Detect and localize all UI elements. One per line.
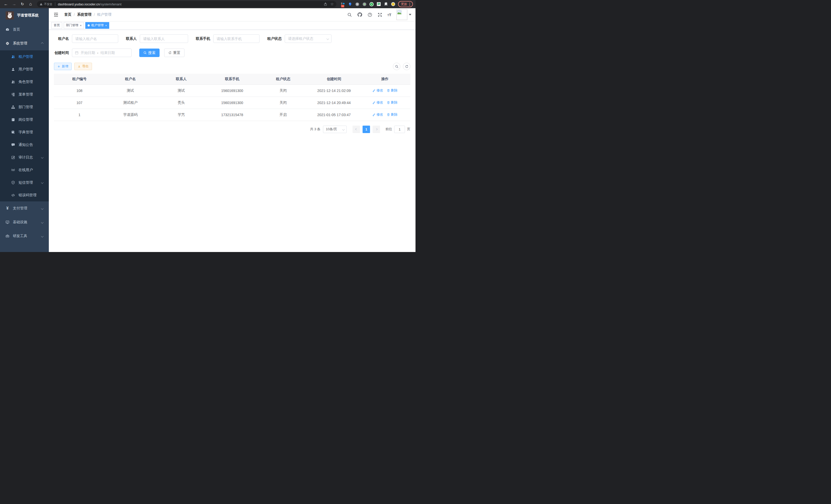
- tab-home[interactable]: 首页: [51, 22, 62, 29]
- sidebar-collapse-icon[interactable]: [53, 12, 59, 17]
- site-security-warning[interactable]: 不安全: [39, 2, 52, 6]
- toggle-search-button[interactable]: [393, 63, 400, 70]
- sidebar-item-label: 错误码管理: [19, 193, 36, 198]
- help-icon[interactable]: [368, 12, 372, 17]
- app-logo[interactable]: 芋道管理系统: [0, 8, 49, 23]
- extension-command-icon[interactable]: ⌘: [355, 2, 360, 6]
- extension-y-icon[interactable]: Y: [369, 2, 374, 6]
- sidebar-item-tenant-management[interactable]: 租户管理: [0, 50, 49, 63]
- delete-link[interactable]: 删除: [387, 112, 398, 117]
- chevron-down-icon: [342, 128, 345, 130]
- browser-toolbar: ← → ↻ ⌂ 不安全 dashboard.yudao.iocoder.cn/s…: [0, 0, 416, 8]
- cell-actions: 修改删除: [360, 109, 410, 121]
- sidebar-item-post-management[interactable]: 岗位管理: [0, 113, 49, 126]
- export-button[interactable]: 导出: [74, 63, 92, 70]
- edit-link[interactable]: 修改: [372, 112, 383, 117]
- tab-close-icon[interactable]: ×: [105, 24, 107, 27]
- status-select[interactable]: 请选择租户状态: [285, 34, 332, 43]
- goto-page-input[interactable]: [394, 126, 405, 133]
- delete-link[interactable]: 删除: [387, 88, 398, 93]
- sidebar-item-audit-log[interactable]: 审计日志: [0, 151, 49, 164]
- sidebar-item-label: 支付管理: [13, 206, 27, 211]
- mobile-input[interactable]: [213, 34, 260, 43]
- create-time-range-picker[interactable]: 开始日期 - 结束日期: [72, 49, 132, 57]
- cell-contact: 秃头: [156, 97, 207, 109]
- fullscreen-icon[interactable]: [377, 12, 382, 17]
- extension-pin-icon[interactable]: [348, 2, 352, 6]
- badge-icon: [11, 118, 16, 122]
- edit-link[interactable]: 修改: [372, 88, 383, 93]
- breadcrumb-home[interactable]: 首页: [64, 12, 71, 17]
- sidebar-item-label: 审计日志: [19, 155, 33, 160]
- extension-puzzle-icon[interactable]: [384, 2, 388, 6]
- browser-forward-button[interactable]: →: [11, 1, 18, 7]
- sidebar-item-label: 研发工具: [13, 234, 27, 238]
- column-header: 创建时间: [309, 74, 360, 85]
- sidebar-item-notice-announcement[interactable]: 通知公告: [0, 139, 49, 151]
- sidebar-item-sms-management[interactable]: 短信管理: [0, 176, 49, 189]
- prev-page-button[interactable]: [352, 126, 360, 133]
- browser-back-button[interactable]: ←: [3, 1, 9, 7]
- share-icon[interactable]: [323, 2, 327, 6]
- sidebar-menu: 首页系统管理租户管理用户管理角色管理菜单管理部门管理岗位管理字典管理通知公告审计…: [0, 23, 49, 243]
- browser-reload-button[interactable]: ↻: [19, 1, 26, 7]
- breadcrumb-system[interactable]: 系统管理: [77, 12, 91, 17]
- extension-chat-icon[interactable]: [376, 2, 381, 6]
- table-body: 108测试测试15601691300关闭2021-12-14 21:02:09修…: [54, 85, 410, 121]
- current-page-button[interactable]: 1: [363, 126, 370, 133]
- delete-link[interactable]: 删除: [387, 100, 398, 105]
- sidebar-item-label: 菜单管理: [19, 92, 33, 97]
- browser-home-button[interactable]: ⌂: [27, 1, 34, 7]
- users-icon: [11, 55, 16, 59]
- sidebar-item-error-code-management[interactable]: 错误码管理: [0, 189, 49, 201]
- font-size-icon[interactable]: TT: [388, 12, 391, 17]
- sidebar-item-online-users[interactable]: 在线用户: [0, 164, 49, 176]
- cell-name: 测试: [105, 85, 156, 97]
- user-avatar-menu[interactable]: [397, 9, 411, 20]
- page-size-select[interactable]: 10条/页: [323, 126, 347, 133]
- sidebar-item-home[interactable]: 首页: [0, 23, 49, 36]
- browser-menu-icon[interactable]: [409, 3, 410, 6]
- cell-id: 108: [54, 85, 105, 97]
- goto-label: 前往: [385, 127, 392, 131]
- extension-recorder-icon[interactable]: [362, 2, 367, 6]
- search-button[interactable]: 搜索: [139, 49, 160, 57]
- address-bar[interactable]: 不安全 dashboard.yudao.iocoder.cn/system/te…: [37, 1, 336, 7]
- sidebar-item-dev-tools[interactable]: 研发工具: [0, 229, 49, 243]
- refresh-table-button[interactable]: [403, 63, 410, 70]
- tenant-name-input[interactable]: [72, 34, 118, 43]
- tab-close-icon[interactable]: ×: [80, 24, 82, 27]
- sidebar-item-system-management[interactable]: 系统管理: [0, 36, 49, 50]
- tab-dept-management[interactable]: 部门管理×: [64, 22, 84, 29]
- extension-kit-icon[interactable]: 10: [341, 2, 345, 6]
- tab-tenant-management[interactable]: 租户管理×: [85, 22, 109, 29]
- sidebar-item-dict-management[interactable]: 字典管理: [0, 126, 49, 139]
- add-button[interactable]: 新增: [54, 63, 72, 70]
- contact-input[interactable]: [140, 34, 188, 43]
- cell-mobile: 15601691300: [207, 97, 257, 109]
- sidebar-item-label: 在线用户: [19, 168, 33, 172]
- extension-emoji-icon[interactable]: [391, 2, 396, 6]
- cell-mobile: 15601691300: [207, 85, 257, 97]
- filter-row-2: 创建时间 开始日期 - 结束日期 搜索: [54, 49, 410, 57]
- sidebar-item-label: 系统管理: [13, 41, 27, 46]
- breadcrumb-current: 租户管理: [97, 12, 112, 17]
- table-row: 1芋道源码芋艿17321315478开启2021-01-05 17:03:47修…: [54, 109, 410, 121]
- sidebar-item-user-management[interactable]: 用户管理: [0, 63, 49, 76]
- sidebar-item-infrastructure[interactable]: 基础设施: [0, 215, 49, 229]
- sidebar-item-role-management[interactable]: 角色管理: [0, 76, 49, 88]
- next-page-button[interactable]: [373, 126, 380, 133]
- sidebar-item-menu-management[interactable]: 菜单管理: [0, 88, 49, 101]
- bookmark-star-icon[interactable]: ☆: [331, 2, 334, 6]
- header-search-icon[interactable]: [347, 12, 352, 17]
- sidebar-item-payment-management[interactable]: ¥支付管理: [0, 201, 49, 215]
- tree-icon: [11, 92, 16, 97]
- avatar-broken-image: [397, 9, 407, 20]
- browser-update-button[interactable]: 更新: [398, 1, 413, 7]
- table-toolbar: 新增 导出: [54, 63, 410, 70]
- cell-status: 关闭: [258, 85, 309, 97]
- github-icon[interactable]: [357, 12, 362, 17]
- reset-button[interactable]: 重置: [164, 49, 184, 57]
- edit-link[interactable]: 修改: [372, 100, 383, 105]
- sidebar-item-dept-management[interactable]: 部门管理: [0, 101, 49, 113]
